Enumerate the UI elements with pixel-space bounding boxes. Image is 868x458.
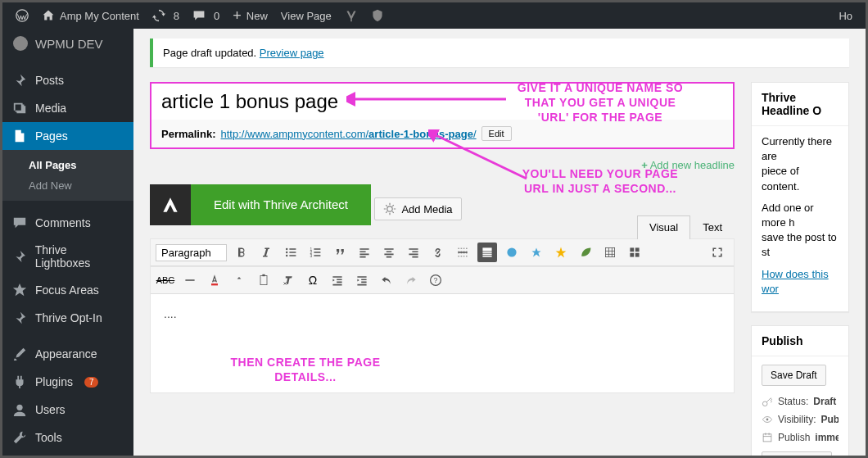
sidebar-item-comments[interactable]: Comments <box>2 209 133 237</box>
link-button[interactable] <box>428 243 448 262</box>
preview-page-link[interactable]: Preview page <box>260 47 324 59</box>
comments[interactable]: 0 <box>186 9 226 22</box>
svg-rect-22 <box>635 253 640 257</box>
sidebar-item-lightboxes[interactable]: Thrive Lightboxes <box>2 237 133 276</box>
quote-button[interactable] <box>330 243 350 262</box>
table-icon[interactable] <box>600 243 620 262</box>
how-link[interactable]: How does this wor <box>762 268 829 295</box>
sidebar-item-settings[interactable]: Settings <box>2 451 133 458</box>
svg-text:3: 3 <box>310 254 313 258</box>
plugins-badge: 7 <box>84 377 99 388</box>
svg-rect-13 <box>482 247 491 251</box>
svg-text:?: ? <box>434 276 438 284</box>
ul-button[interactable] <box>281 243 301 262</box>
svg-point-29 <box>766 418 769 420</box>
sidebar-item-users[interactable]: Users <box>2 396 133 424</box>
toolbar-toggle-button[interactable] <box>477 243 497 262</box>
outdent-button[interactable] <box>328 270 347 290</box>
page-title-input[interactable] <box>151 84 733 120</box>
svg-point-17 <box>507 247 516 256</box>
save-draft-button[interactable]: Save Draft <box>762 365 826 386</box>
fullscreen-button[interactable] <box>708 243 727 262</box>
sidebar-item-optin[interactable]: Thrive Opt-In <box>2 304 133 332</box>
tve-blue-icon[interactable] <box>502 243 522 262</box>
star-icon <box>12 283 27 297</box>
svg-rect-25 <box>262 274 264 276</box>
add-media-button[interactable]: Add Media <box>374 197 461 220</box>
comment-icon <box>192 9 206 22</box>
textcolor-button[interactable] <box>205 270 224 290</box>
yoast-icon[interactable] <box>338 9 364 22</box>
clear-cache-button[interactable]: Clear cache <box>762 451 832 456</box>
sidebar-item-pages[interactable]: Pages <box>2 122 133 150</box>
tve-blue-icon-2[interactable] <box>527 243 546 262</box>
thrive-architect-button[interactable]: Edit with Thrive Architect <box>150 184 371 225</box>
media-icon <box>383 202 396 215</box>
submenu-all-pages[interactable]: All Pages <box>2 155 133 175</box>
comment-icon <box>12 215 27 230</box>
ol-button[interactable]: 123 <box>305 243 325 262</box>
main-content: Page draft updated. Preview page Permali… <box>133 29 866 456</box>
help-button[interactable]: ? <box>426 270 445 290</box>
strike-button[interactable]: ABC <box>156 270 175 290</box>
italic-button[interactable] <box>256 243 276 262</box>
permalink-link[interactable]: http://www.ampmycontent.com/article-1-bo… <box>220 128 476 140</box>
shield-icon[interactable] <box>364 9 391 22</box>
clear-format-button[interactable] <box>278 270 298 290</box>
hr-button[interactable] <box>180 270 200 290</box>
brush-icon <box>12 347 27 361</box>
users-icon <box>12 402 27 417</box>
svg-point-2 <box>16 405 22 410</box>
editor-textarea[interactable]: .... <box>151 294 734 392</box>
svg-point-6 <box>387 206 392 211</box>
textcolor-picker[interactable] <box>229 270 249 290</box>
sidebar-item-tools[interactable]: Tools <box>2 424 133 451</box>
redo-button[interactable] <box>401 270 421 290</box>
sidebar-item-media[interactable]: Media <box>2 94 133 122</box>
sidebar-item-plugins[interactable]: Plugins7 <box>2 368 133 396</box>
undo-button[interactable] <box>377 270 396 290</box>
tab-visual[interactable]: Visual <box>637 215 690 240</box>
wp-logo[interactable] <box>9 9 35 22</box>
refresh-icon <box>152 9 165 22</box>
format-select[interactable]: Paragraph <box>156 244 227 261</box>
svg-rect-18 <box>605 247 614 256</box>
star-yellow-icon[interactable] <box>551 243 571 262</box>
leaf-icon[interactable] <box>576 243 595 262</box>
view-page[interactable]: View Page <box>274 10 338 22</box>
grid-icon[interactable] <box>625 243 644 262</box>
special-char-button[interactable]: Ω <box>303 270 323 290</box>
sidebar-item-posts[interactable]: Posts <box>2 66 133 94</box>
svg-rect-15 <box>482 254 491 256</box>
headline-optimizer-box: Thrive Headline O Currently there arepie… <box>751 82 849 312</box>
sidebar-item-focus[interactable]: Focus Areas <box>2 276 133 304</box>
svg-point-8 <box>286 252 287 253</box>
svg-rect-16 <box>482 256 491 257</box>
editor-toolbar-2: ABC Ω ? <box>151 266 734 294</box>
align-right-button[interactable] <box>404 243 423 262</box>
key-icon <box>762 396 773 407</box>
update-notice: Page draft updated. Preview page <box>150 39 849 67</box>
align-center-button[interactable] <box>379 243 399 262</box>
svg-point-9 <box>286 255 287 256</box>
svg-rect-23 <box>211 283 218 285</box>
svg-point-1 <box>13 36 28 51</box>
add-headline-link[interactable]: + Add new headline <box>150 159 735 171</box>
updates[interactable]: 8 <box>146 9 186 22</box>
new[interactable]: +New <box>226 8 274 23</box>
edit-permalink-button[interactable]: Edit <box>481 126 512 141</box>
wpmu-dev[interactable]: WPMU DEV <box>2 29 133 58</box>
more-button[interactable] <box>453 243 472 262</box>
sidebar-item-appearance[interactable]: Appearance <box>2 340 133 368</box>
submenu-add-new[interactable]: Add New <box>2 175 133 196</box>
box-title: Publish <box>752 326 848 356</box>
align-left-button[interactable] <box>355 243 374 262</box>
svg-rect-14 <box>482 252 491 253</box>
tab-text[interactable]: Text <box>690 215 735 239</box>
paste-button[interactable] <box>254 270 274 290</box>
indent-button[interactable] <box>352 270 372 290</box>
bold-button[interactable] <box>232 243 251 262</box>
greeting[interactable]: Ho <box>832 10 859 22</box>
calendar-icon <box>762 432 773 443</box>
site-name[interactable]: Amp My Content <box>35 9 146 22</box>
